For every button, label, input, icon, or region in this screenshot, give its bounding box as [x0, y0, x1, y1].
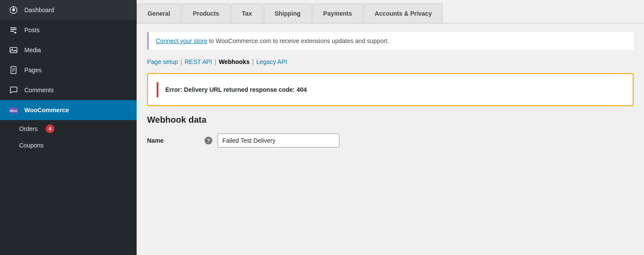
sidebar-label-posts: Posts	[24, 27, 40, 34]
sidebar-label-dashboard: Dashboard	[24, 7, 54, 13]
tab-general[interactable]: General	[137, 3, 181, 23]
connect-store-link[interactable]: Connect your store	[156, 37, 207, 44]
svg-text:Woo: Woo	[10, 109, 17, 113]
pages-icon	[8, 64, 19, 76]
orders-badge: 4	[46, 124, 54, 133]
sidebar-item-media[interactable]: Media	[0, 40, 137, 60]
notice-message: to WooCommerce.com to receive extensions…	[207, 37, 389, 44]
tab-products[interactable]: Products	[182, 3, 230, 23]
webhook-section-title: Webhook data	[147, 115, 634, 125]
sidebar: Dashboard Posts Media	[0, 0, 137, 255]
error-box: Error: Delivery URL returned response co…	[147, 73, 634, 106]
sidebar-item-woocommerce[interactable]: Woo WooCommerce	[0, 100, 137, 120]
woocommerce-icon: Woo	[8, 104, 19, 116]
subnav-sep-3: |	[252, 58, 254, 65]
tab-accounts-privacy[interactable]: Accounts & Privacy	[364, 3, 443, 23]
content-area: Connect your store to WooCommerce.com to…	[137, 23, 644, 255]
tab-tax[interactable]: Tax	[231, 3, 263, 23]
tab-shipping[interactable]: Shipping	[264, 3, 312, 23]
subnav-webhooks[interactable]: Webhooks	[219, 58, 250, 65]
sidebar-label-comments: Comments	[24, 87, 54, 94]
sidebar-item-comments[interactable]: Comments	[0, 80, 137, 100]
sidebar-label-coupons: Coupons	[19, 142, 44, 149]
tab-payments[interactable]: Payments	[312, 3, 363, 23]
subnav-sep-1: |	[181, 58, 182, 65]
subnav-legacy-api[interactable]: Legacy API	[256, 58, 287, 65]
dashboard-icon	[8, 4, 19, 16]
comments-icon	[8, 84, 19, 96]
sub-nav: Page setup | REST API | Webhooks | Legac…	[147, 58, 634, 65]
svg-line-3	[14, 8, 15, 10]
subnav-rest-api[interactable]: REST API	[184, 58, 212, 65]
svg-rect-4	[10, 47, 17, 53]
subnav-page-setup[interactable]: Page setup	[147, 58, 178, 65]
sidebar-item-pages[interactable]: Pages	[0, 60, 137, 80]
posts-icon	[8, 24, 19, 36]
sidebar-item-orders[interactable]: Orders 4	[0, 120, 137, 138]
sidebar-item-posts[interactable]: Posts	[0, 20, 137, 40]
error-message: Error: Delivery URL returned response co…	[165, 86, 307, 93]
main-content: General Products Tax Shipping Payments A…	[137, 0, 644, 255]
tabs-bar: General Products Tax Shipping Payments A…	[137, 0, 644, 23]
sidebar-label-orders: Orders	[19, 125, 38, 132]
sidebar-label-media: Media	[24, 47, 41, 54]
name-input[interactable]	[218, 134, 339, 148]
sidebar-label-pages: Pages	[24, 67, 42, 74]
name-label: Name	[147, 137, 199, 144]
error-bar	[157, 82, 158, 97]
sidebar-item-coupons[interactable]: Coupons	[0, 138, 137, 153]
name-form-row: Name ?	[147, 134, 634, 148]
sidebar-item-dashboard[interactable]: Dashboard	[0, 0, 137, 20]
name-help-icon[interactable]: ?	[205, 137, 212, 144]
subnav-sep-2: |	[215, 58, 216, 65]
notice-banner: Connect your store to WooCommerce.com to…	[147, 32, 634, 50]
sidebar-label-woocommerce: WooCommerce	[24, 107, 69, 114]
media-icon	[8, 44, 19, 56]
